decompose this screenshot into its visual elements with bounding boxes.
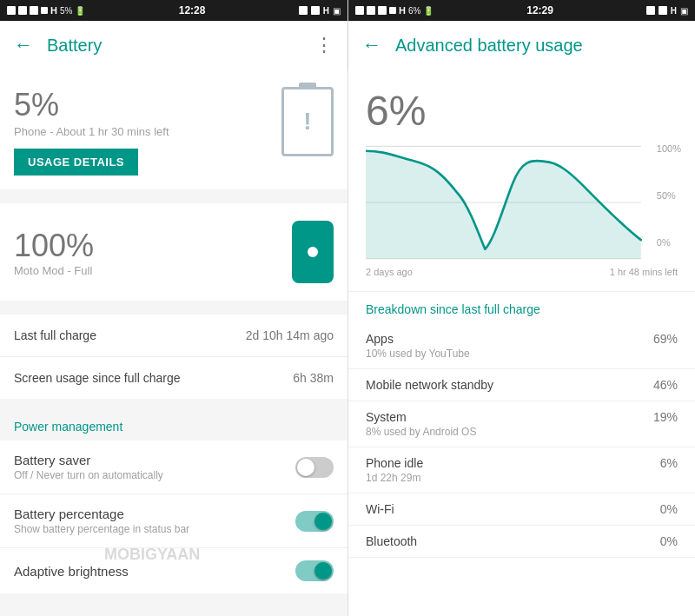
breakdown-item-5-name: Bluetooth [366, 534, 417, 548]
right-sb-batt-r: ▣ [680, 6, 688, 16]
battery-saver-text: Battery saver Off / Never turn on automa… [14, 453, 163, 481]
breakdown-item-1-value: 46% [653, 378, 678, 392]
power-mgmt-header: Power management [0, 406, 348, 440]
battery-pct-knob [314, 513, 332, 530]
right-title: Advanced battery usage [395, 36, 681, 56]
chart-y-50: 50% [657, 190, 681, 201]
breakdown-item-3-detail: 1d 22h 29m [366, 472, 423, 484]
divider-3 [0, 399, 348, 406]
left-sb-signal: H [50, 5, 57, 16]
battery-info: 5% Phone - About 1 hr 30 mins left USAGE… [14, 87, 169, 176]
chart-x-labels: 2 days ago 1 hr 48 mins left [366, 267, 678, 277]
right-app-icon-3 [378, 6, 387, 15]
breakdown-item-4-value: 0% [660, 502, 678, 516]
adaptive-brightness-knob [314, 562, 332, 580]
right-battery-icon: 🔋 [423, 6, 434, 16]
chart-x-end: 1 hr 48 mins left [610, 267, 678, 277]
breakdown-item-1-name: Mobile network standby [366, 378, 493, 392]
battery-saver-knob [297, 459, 314, 476]
battery-saver-row: Battery saver Off / Never turn on automa… [0, 440, 348, 494]
chart-x-start: 2 days ago [366, 267, 413, 277]
chart-y-labels: 100% 50% 0% [657, 143, 681, 248]
battery-saver-sublabel: Off / Never turn on automatically [14, 469, 163, 481]
battery-pct-toggle[interactable] [295, 511, 334, 532]
breakdown-item-4-left: Wi-Fi [366, 502, 394, 516]
right-app-icon-2 [367, 6, 375, 15]
battery-chart [366, 142, 678, 263]
left-sb-signal-right: H [323, 6, 329, 16]
right-icon-1 [299, 6, 308, 15]
left-sb-right: H ▣ [299, 6, 341, 16]
right-r-icon-2 [659, 6, 667, 15]
breakdown-item-2-detail: 8% used by Android OS [366, 426, 476, 438]
right-status-bar: H 6% 🔋 12:29 H ▣ [348, 0, 695, 21]
adaptive-brightness-text: Adaptive brightness [14, 564, 129, 579]
right-sb-icons: H 6% 🔋 [355, 5, 434, 16]
moto-mod-card: 100% Moto Mod - Full [0, 203, 348, 301]
chart-container: 100% 50% 0% 2 days ago 1 hr 48 mins left [348, 135, 695, 291]
battery-pct-sublabel: Show battery percentage in status bar [14, 523, 189, 535]
right-sb-signal-r: H [671, 6, 677, 16]
breakdown-item-5-left: Bluetooth [366, 534, 417, 548]
breakdown-item-2-left: System 8% used by Android OS [366, 410, 476, 438]
right-content: 6% 100% 50% 0% 2 days ago 1 hr 48 mins l… [348, 70, 695, 616]
breakdown-item-4: Wi-Fi 0% [348, 493, 695, 526]
breakdown-item-0-name: Apps [366, 332, 470, 346]
right-sb-signal: H [399, 5, 406, 16]
battery-saver-toggle[interactable] [295, 457, 334, 478]
right-sb-battery: 6% [408, 6, 420, 16]
chart-y-100: 100% [657, 143, 681, 154]
breakdown-item-5-value: 0% [660, 534, 678, 548]
battery-pct-text: Battery percentage Show battery percenta… [14, 507, 189, 535]
breakdown-item-0-value: 69% [653, 332, 678, 346]
breakdown-header: Breakdown since last full charge [348, 291, 695, 323]
breakdown-item-5: Bluetooth 0% [348, 526, 695, 558]
breakdown-item-2-value: 19% [653, 410, 678, 424]
toggle-section: Battery saver Off / Never turn on automa… [0, 440, 348, 593]
exclamation-icon: ! [303, 108, 311, 136]
breakdown-item-0: Apps 10% used by YouTube 69% [348, 323, 695, 369]
breakdown-item-3-value: 6% [660, 456, 678, 470]
stat-value-2: 6h 38m [293, 371, 334, 385]
breakdown-item-3-left: Phone idle 1d 22h 29m [366, 456, 423, 484]
left-content: 5% Phone - About 1 hr 30 mins left USAGE… [0, 70, 348, 616]
breakdown-item-0-left: Apps 10% used by YouTube [366, 332, 470, 360]
app-icon-4 [41, 7, 48, 14]
adaptive-brightness-toggle[interactable] [295, 560, 334, 581]
right-app-bar: ← Advanced battery usage [348, 21, 695, 70]
left-back-button[interactable]: ← [14, 34, 33, 56]
left-sb-time: 12:28 [179, 4, 206, 17]
stat-value-1: 2d 10h 14m ago [246, 328, 334, 342]
right-sb-right: H ▣ [646, 6, 688, 16]
stat-row-1: Last full charge 2d 10h 14m ago [0, 315, 348, 357]
left-sb-battery: 5% [60, 6, 72, 16]
breakdown-item-2-name: System [366, 410, 476, 424]
breakdown-item-4-name: Wi-Fi [366, 502, 394, 516]
battery-pct-row: Battery percentage Show battery percenta… [0, 494, 348, 548]
left-title: Battery [47, 36, 314, 56]
stats-section: Last full charge 2d 10h 14m ago Screen u… [0, 315, 348, 399]
chart-y-0: 0% [657, 237, 681, 248]
moto-subtitle: Moto Mod - Full [14, 264, 94, 277]
divider-1 [0, 189, 348, 196]
left-sb-icons: H 5% 🔋 [7, 5, 85, 16]
moto-mod-dot [308, 247, 318, 257]
moto-mod-icon [292, 221, 334, 283]
stat-label-1: Last full charge [14, 328, 96, 342]
left-app-bar: ← Battery ⋮ [0, 21, 348, 70]
battery-warning-icon: ! [281, 87, 334, 156]
moto-percent: 100% [14, 228, 94, 264]
left-status-bar: H 5% 🔋 12:28 H ▣ [0, 0, 348, 21]
adaptive-brightness-label: Adaptive brightness [14, 564, 129, 579]
battery-percent: 5% [14, 87, 169, 123]
right-back-button[interactable]: ← [362, 34, 381, 56]
battery-saver-label: Battery saver [14, 453, 163, 467]
left-sb-batt-right: ▣ [333, 6, 341, 16]
adv-battery-percent: 6% [348, 70, 695, 135]
battery-subtitle: Phone - About 1 hr 30 mins left [14, 125, 169, 138]
left-more-button[interactable]: ⋮ [314, 34, 334, 56]
usage-details-button[interactable]: USAGE DETAILS [14, 149, 138, 176]
breakdown-item-0-detail: 10% used by YouTube [366, 348, 470, 360]
breakdown-item-1-left: Mobile network standby [366, 378, 493, 392]
breakdown-item-1: Mobile network standby 46% [348, 369, 695, 401]
